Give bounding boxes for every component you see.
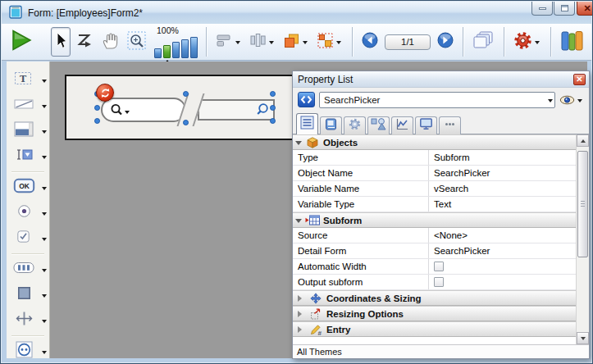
palette-item-splitter-tool <box>7 307 49 333</box>
plugin-area-tool-button[interactable] <box>11 341 36 362</box>
minimize-button[interactable] <box>531 2 553 16</box>
edit-code-button[interactable] <box>298 92 315 107</box>
chevron-down-icon[interactable] <box>42 130 47 136</box>
text-tool-button[interactable]: T <box>11 71 36 89</box>
form-pages-button[interactable] <box>470 27 497 57</box>
object-selector-dropdown[interactable]: SearchPicker <box>319 92 555 108</box>
section-resizing-options[interactable]: Resizing Options <box>293 306 576 321</box>
palette-item-text-tool: T <box>7 67 49 93</box>
tab-options[interactable] <box>344 116 366 134</box>
subform-badge-icon[interactable] <box>96 84 114 102</box>
tab-data[interactable] <box>320 116 342 134</box>
property-value[interactable]: <None> <box>434 230 468 240</box>
scrollbar[interactable] <box>576 134 589 344</box>
object-tool-palette: TOK <box>7 61 50 358</box>
property-value[interactable]: Text <box>434 199 451 209</box>
maximize-button[interactable] <box>554 2 575 16</box>
expand-icon[interactable] <box>298 326 305 333</box>
next-page-button[interactable] <box>435 27 456 57</box>
expand-icon[interactable] <box>298 295 305 302</box>
property-value[interactable]: SearchPicker <box>434 246 490 256</box>
property-list-titlebar[interactable]: Property List ✕ <box>293 71 589 88</box>
scrollbar-thumb[interactable] <box>577 151 588 257</box>
property-value[interactable]: SearchPicker <box>434 168 490 178</box>
line-tool-button[interactable] <box>11 98 36 113</box>
page-indicator-field[interactable]: 1/1 <box>385 34 431 50</box>
page-indicator-value: 1/1 <box>401 37 414 47</box>
splitter-tool-button[interactable] <box>11 311 36 330</box>
selection-handle[interactable] <box>183 91 189 97</box>
chevron-down-icon[interactable] <box>42 294 47 300</box>
zoom-tool-button[interactable] <box>125 27 148 57</box>
selection-handle[interactable] <box>270 118 276 124</box>
matrix-button[interactable] <box>314 27 345 57</box>
entry-order-tool-button[interactable] <box>73 27 96 57</box>
zoom-level-widget[interactable]: 100% <box>154 26 199 58</box>
property-name: Source <box>293 228 429 243</box>
section-objects[interactable]: Objects <box>293 134 576 150</box>
rectangle-tool-button[interactable] <box>11 286 36 303</box>
scroll-down-button[interactable] <box>577 332 589 344</box>
duplicate-button[interactable] <box>281 27 312 57</box>
selection-handle[interactable] <box>270 105 276 111</box>
button-tool-button[interactable]: OK <box>11 178 36 197</box>
chevron-down-icon[interactable] <box>42 212 47 218</box>
check-box-tool-button[interactable] <box>11 230 36 247</box>
tab-gear-icon <box>348 117 362 134</box>
library-button[interactable] <box>558 27 586 57</box>
close-button[interactable]: ✕ <box>577 2 593 16</box>
chevron-down-icon[interactable] <box>42 320 47 325</box>
chevron-down-icon[interactable] <box>42 238 47 243</box>
section-entry[interactable]: #Entry <box>293 321 576 337</box>
selection-handle[interactable] <box>94 118 100 124</box>
text-tool-icon: T <box>14 71 34 89</box>
scroll-up-button[interactable] <box>577 134 589 147</box>
search-picker-input[interactable] <box>101 98 186 122</box>
chevron-down-icon[interactable] <box>42 105 47 111</box>
chevron-down-icon[interactable] <box>42 269 47 275</box>
collapse-icon[interactable] <box>295 141 302 148</box>
radio-button-tool-button[interactable] <box>11 204 36 221</box>
section-subform[interactable]: Subform <box>293 212 576 228</box>
align-button[interactable] <box>213 27 244 57</box>
search-menu-arrow-icon[interactable] <box>125 111 130 116</box>
property-value[interactable]: Subform <box>434 152 469 162</box>
search-picker-result-box[interactable] <box>198 99 275 121</box>
zorder-icon <box>75 32 94 52</box>
pan-tool-button[interactable] <box>98 27 122 57</box>
zoom-level-label: 100% <box>157 26 199 35</box>
expand-icon[interactable] <box>298 311 305 317</box>
view-options-button[interactable] <box>559 94 584 106</box>
themes-filter-bar[interactable]: All Themes <box>293 344 589 358</box>
collapse-icon[interactable] <box>295 219 302 226</box>
automatic-width-checkbox[interactable] <box>434 262 444 271</box>
previous-page-button[interactable] <box>359 27 381 57</box>
execute-form-button[interactable] <box>8 27 35 57</box>
tab-shapes[interactable] <box>367 116 390 134</box>
selection-tool-button[interactable] <box>51 27 71 57</box>
distribute-button[interactable] <box>247 27 278 57</box>
property-list-close-button[interactable]: ✕ <box>573 74 586 85</box>
selection-handle[interactable] <box>270 91 276 97</box>
svg-text:OK: OK <box>19 182 30 190</box>
actions-button[interactable] <box>511 27 544 57</box>
chevron-down-icon[interactable] <box>42 80 47 85</box>
selection-handle[interactable] <box>94 105 100 111</box>
property-value[interactable]: vSearch <box>434 184 468 193</box>
tab-more[interactable] <box>439 116 461 134</box>
tab-properties[interactable] <box>296 113 318 134</box>
button-grid-tool-button[interactable] <box>11 262 36 277</box>
chevron-down-icon[interactable] <box>42 187 47 193</box>
chevron-down-icon[interactable] <box>42 351 47 357</box>
tab-display[interactable] <box>415 116 437 134</box>
tab-events[interactable] <box>391 116 413 134</box>
chevron-down-icon[interactable] <box>42 156 47 162</box>
next-icon <box>437 32 454 52</box>
entry-icon: # <box>308 324 323 335</box>
section-coordinates-sizing[interactable]: Coordinates & Sizing <box>293 290 576 306</box>
selected-object-name: SearchPicker <box>324 95 545 105</box>
list-box-tool-button[interactable] <box>11 121 36 140</box>
selection-handle[interactable] <box>183 120 189 125</box>
output-subform-checkbox[interactable] <box>434 277 444 287</box>
combo-box-tool-button[interactable] <box>11 148 36 165</box>
